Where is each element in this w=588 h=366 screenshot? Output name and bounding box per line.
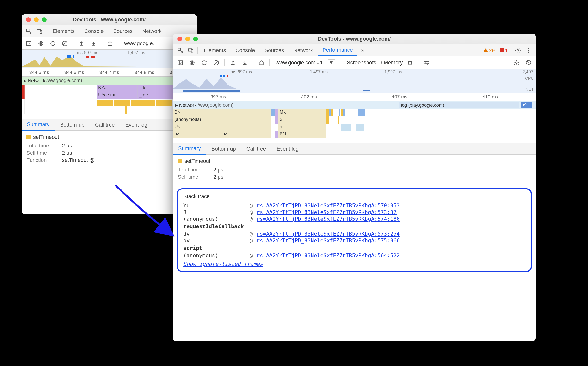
tab-calltree[interactable]: Call tree (90, 119, 120, 130)
source-link[interactable]: rs=AA2YrTtTjPD_83NeleSxfEZ7rTB5vRKbgA:57… (257, 231, 400, 237)
window-title: DevTools - www.google.com/ (173, 36, 536, 42)
tab-elements[interactable]: Elements (200, 45, 230, 56)
panel-tabs: Elements Console Sources Network (22, 25, 197, 37)
flame-chart[interactable]: KZa _.ld UYa.start _.qe (22, 85, 197, 114)
memory-checkbox[interactable]: Memory (379, 60, 403, 66)
svg-point-19 (528, 52, 529, 52)
page-url: www.google. (122, 40, 157, 46)
stack-frame: dv@rs=AA2YrTtTjPD_83NeleSxfEZ7rTB5vRKbgA… (183, 231, 525, 237)
tab-network[interactable]: Network (289, 45, 317, 56)
shortcuts-icon[interactable] (422, 58, 431, 68)
svg-point-16 (517, 49, 519, 51)
detail-tabs: Summary Bottom-up Call tree Event log (173, 143, 536, 155)
source-link[interactable]: rs=AA2YrTtTjPD_83NeleSxfEZ7rTB5vRKbgA:56… (257, 252, 400, 259)
gc-icon[interactable] (405, 58, 415, 68)
tab-calltree[interactable]: Call tree (241, 143, 271, 154)
settings-icon[interactable] (513, 46, 523, 55)
download-icon[interactable] (240, 58, 250, 68)
tab-eventlog[interactable]: Event log (271, 143, 304, 154)
annotation-arrow (110, 180, 183, 243)
network-request[interactable]: log (play.google.com) (399, 102, 519, 108)
svg-point-23 (191, 61, 193, 64)
tab-bottomup[interactable]: Bottom-up (55, 119, 90, 130)
tab-sources[interactable]: Sources (109, 26, 137, 37)
svg-rect-9 (67, 55, 71, 58)
tab-console[interactable]: Console (80, 26, 108, 37)
reload-icon[interactable] (199, 58, 209, 68)
time-ruler: 344.5 ms 344.6 ms 344.7 ms 344.8 ms 344.… (22, 69, 197, 76)
svg-rect-32 (223, 75, 225, 77)
svg-rect-20 (178, 61, 183, 65)
svg-rect-0 (26, 29, 29, 31)
record-icon[interactable] (187, 58, 197, 68)
download-icon[interactable] (89, 39, 98, 48)
network-request-small[interactable]: a9… (521, 102, 532, 108)
url-dropdown-icon[interactable]: ▼ (328, 59, 335, 66)
svg-rect-31 (220, 75, 222, 77)
screenshots-checkbox[interactable]: Screenshots (342, 60, 376, 66)
svg-rect-10 (73, 55, 74, 58)
source-link[interactable]: rs=AA2YrTtTjPD_83NeleSxfEZ7rTB5vRKbgA:57… (257, 202, 400, 208)
stack-frame: B@rs=AA2YrTtTjPD_83NeleSxfEZ7rTB5vRKbgA:… (183, 209, 525, 215)
svg-line-8 (63, 42, 67, 45)
svg-line-25 (215, 61, 218, 64)
tab-performance[interactable]: Performance (318, 45, 357, 56)
svg-rect-3 (26, 41, 31, 46)
window-title: DevTools - www.google.com/ (22, 16, 197, 23)
page-url[interactable]: www.google.com #1 (273, 60, 325, 66)
tab-elements[interactable]: Elements (48, 26, 79, 37)
event-color-icon (26, 135, 31, 139)
device-icon[interactable] (35, 26, 44, 36)
reload-icon[interactable] (48, 39, 58, 48)
home-icon[interactable] (257, 58, 266, 68)
kebab-icon[interactable] (524, 46, 533, 55)
tab-eventlog[interactable]: Event log (120, 119, 153, 130)
stack-frame: (anonymous)@rs=AA2YrTtTjPD_83NeleSxfEZ7r… (183, 216, 525, 222)
timeline-overview[interactable]: ms 997 ms 1,497 ms 1,997 ms 2,497 CPU NE… (173, 69, 536, 93)
toggle-sidebar-icon[interactable] (175, 58, 185, 68)
stack-frame: (anonymous)@rs=AA2YrTtTjPD_83NeleSxfEZ7r… (183, 252, 525, 259)
network-track[interactable]: ▸ Network /ww.google.com) log (play.goog… (173, 101, 536, 109)
source-link[interactable]: rs=AA2YrTtTjPD_83NeleSxfEZ7rTB5vRKbgA:57… (257, 209, 397, 215)
error-icon (500, 48, 504, 52)
source-link[interactable]: rs=AA2YrTtTjPD_83NeleSxfEZ7rTB5vRKbgA:57… (257, 237, 400, 244)
tab-console[interactable]: Console (231, 45, 260, 56)
tab-summary[interactable]: Summary (173, 143, 206, 155)
timeline-overview[interactable]: ms 997 ms 1,497 ms (22, 50, 197, 69)
clear-icon[interactable] (60, 39, 70, 48)
perf-toolbar: www.google.com #1 ▼ Screenshots Memory (173, 56, 536, 69)
upload-icon[interactable] (228, 58, 237, 68)
inspect-icon[interactable] (175, 46, 185, 55)
svg-point-6 (40, 42, 42, 45)
clear-icon[interactable] (211, 58, 221, 68)
errors-badge[interactable]: 1 (500, 47, 508, 53)
settings-icon[interactable] (512, 58, 521, 68)
show-ignore-listed-link[interactable]: Show ignore-listed frames (183, 261, 263, 267)
titlebar: DevTools - www.google.com/ (173, 34, 536, 45)
perf-toolbar: www.google. (22, 37, 197, 50)
network-track[interactable]: ▸ Network /ww.google.com) (22, 76, 197, 85)
help-icon[interactable] (524, 58, 533, 68)
svg-point-17 (528, 48, 529, 49)
inspect-icon[interactable] (24, 26, 34, 36)
source-link[interactable]: rs=AA2YrTtTjPD_83NeleSxfEZ7rTB5vRKbgA:57… (257, 216, 400, 222)
svg-rect-12 (91, 56, 95, 58)
svg-point-28 (516, 62, 517, 63)
tab-bottomup[interactable]: Bottom-up (206, 143, 241, 154)
record-icon[interactable] (36, 39, 46, 48)
time-ruler: 397 ms 402 ms 407 ms 412 ms (173, 93, 536, 101)
event-name: setTimeout (184, 158, 210, 164)
tab-network[interactable]: Network (138, 26, 162, 37)
flame-chart[interactable]: BN Mk (anonymous) S Uk h (173, 109, 536, 138)
summary-detail: setTimeout Total time2 μs Self time2 μs (173, 155, 536, 184)
upload-icon[interactable] (77, 39, 86, 48)
more-tabs-icon[interactable]: » (358, 46, 368, 55)
summary-detail: setTimeout Total time2 μs Self time2 μs … (22, 131, 197, 168)
device-icon[interactable] (186, 46, 196, 55)
home-icon[interactable] (105, 39, 115, 48)
toggle-sidebar-icon[interactable] (24, 39, 34, 48)
warnings-badge[interactable]: 29 (483, 47, 495, 53)
stack-group: requestIdleCallback (183, 223, 525, 229)
tab-summary[interactable]: Summary (22, 119, 55, 131)
tab-sources[interactable]: Sources (260, 45, 288, 56)
